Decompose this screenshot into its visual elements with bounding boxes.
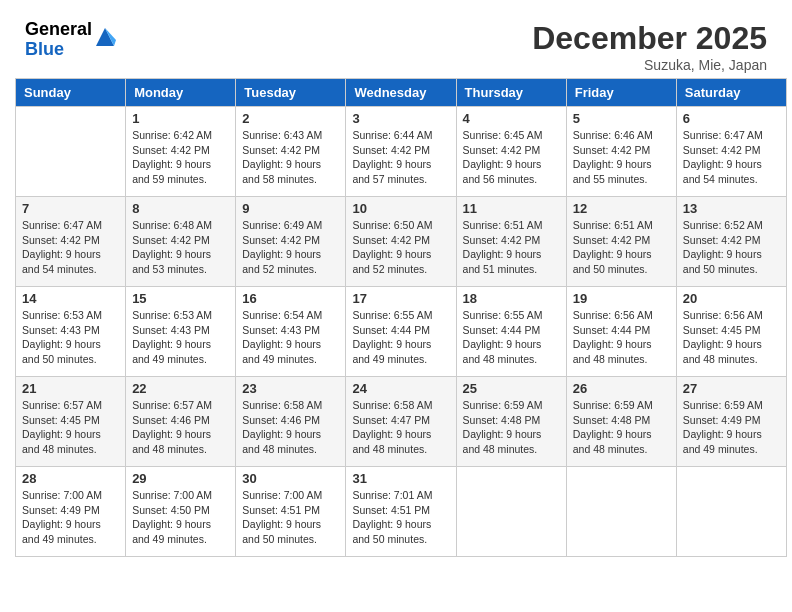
day-number: 14	[22, 291, 119, 306]
day-number: 13	[683, 201, 780, 216]
day-number: 9	[242, 201, 339, 216]
day-number: 31	[352, 471, 449, 486]
calendar-cell: 24Sunrise: 6:58 AMSunset: 4:47 PMDayligh…	[346, 377, 456, 467]
day-info: Sunrise: 6:46 AMSunset: 4:42 PMDaylight:…	[573, 128, 670, 187]
day-number: 12	[573, 201, 670, 216]
day-info: Sunrise: 6:59 AMSunset: 4:48 PMDaylight:…	[463, 398, 560, 457]
weekday-header-monday: Monday	[126, 79, 236, 107]
day-info: Sunrise: 6:55 AMSunset: 4:44 PMDaylight:…	[463, 308, 560, 367]
day-number: 22	[132, 381, 229, 396]
day-number: 15	[132, 291, 229, 306]
calendar-cell: 9Sunrise: 6:49 AMSunset: 4:42 PMDaylight…	[236, 197, 346, 287]
logo-text: General Blue	[25, 20, 92, 60]
calendar-cell: 22Sunrise: 6:57 AMSunset: 4:46 PMDayligh…	[126, 377, 236, 467]
calendar-cell: 27Sunrise: 6:59 AMSunset: 4:49 PMDayligh…	[676, 377, 786, 467]
weekday-header-tuesday: Tuesday	[236, 79, 346, 107]
day-number: 25	[463, 381, 560, 396]
calendar-week-1: 1Sunrise: 6:42 AMSunset: 4:42 PMDaylight…	[16, 107, 787, 197]
day-info: Sunrise: 7:00 AMSunset: 4:51 PMDaylight:…	[242, 488, 339, 547]
calendar-cell: 16Sunrise: 6:54 AMSunset: 4:43 PMDayligh…	[236, 287, 346, 377]
day-info: Sunrise: 6:45 AMSunset: 4:42 PMDaylight:…	[463, 128, 560, 187]
day-number: 21	[22, 381, 119, 396]
day-info: Sunrise: 6:47 AMSunset: 4:42 PMDaylight:…	[683, 128, 780, 187]
day-info: Sunrise: 6:55 AMSunset: 4:44 PMDaylight:…	[352, 308, 449, 367]
calendar-cell: 5Sunrise: 6:46 AMSunset: 4:42 PMDaylight…	[566, 107, 676, 197]
calendar-cell: 3Sunrise: 6:44 AMSunset: 4:42 PMDaylight…	[346, 107, 456, 197]
day-number: 18	[463, 291, 560, 306]
weekday-header-saturday: Saturday	[676, 79, 786, 107]
calendar-cell: 4Sunrise: 6:45 AMSunset: 4:42 PMDaylight…	[456, 107, 566, 197]
day-number: 24	[352, 381, 449, 396]
calendar-cell: 21Sunrise: 6:57 AMSunset: 4:45 PMDayligh…	[16, 377, 126, 467]
day-info: Sunrise: 6:58 AMSunset: 4:46 PMDaylight:…	[242, 398, 339, 457]
calendar-cell	[566, 467, 676, 557]
day-number: 20	[683, 291, 780, 306]
calendar-cell: 19Sunrise: 6:56 AMSunset: 4:44 PMDayligh…	[566, 287, 676, 377]
day-info: Sunrise: 6:59 AMSunset: 4:48 PMDaylight:…	[573, 398, 670, 457]
calendar-cell: 11Sunrise: 6:51 AMSunset: 4:42 PMDayligh…	[456, 197, 566, 287]
calendar-cell	[16, 107, 126, 197]
calendar-cell: 30Sunrise: 7:00 AMSunset: 4:51 PMDayligh…	[236, 467, 346, 557]
day-info: Sunrise: 6:56 AMSunset: 4:45 PMDaylight:…	[683, 308, 780, 367]
day-info: Sunrise: 6:53 AMSunset: 4:43 PMDaylight:…	[22, 308, 119, 367]
day-info: Sunrise: 6:47 AMSunset: 4:42 PMDaylight:…	[22, 218, 119, 277]
calendar-cell: 6Sunrise: 6:47 AMSunset: 4:42 PMDaylight…	[676, 107, 786, 197]
day-number: 5	[573, 111, 670, 126]
day-number: 3	[352, 111, 449, 126]
day-number: 16	[242, 291, 339, 306]
day-info: Sunrise: 6:57 AMSunset: 4:46 PMDaylight:…	[132, 398, 229, 457]
calendar-cell: 29Sunrise: 7:00 AMSunset: 4:50 PMDayligh…	[126, 467, 236, 557]
month-title: December 2025	[532, 20, 767, 57]
day-info: Sunrise: 6:44 AMSunset: 4:42 PMDaylight:…	[352, 128, 449, 187]
calendar-cell: 28Sunrise: 7:00 AMSunset: 4:49 PMDayligh…	[16, 467, 126, 557]
weekday-header-row: SundayMondayTuesdayWednesdayThursdayFrid…	[16, 79, 787, 107]
calendar-week-3: 14Sunrise: 6:53 AMSunset: 4:43 PMDayligh…	[16, 287, 787, 377]
calendar-cell: 18Sunrise: 6:55 AMSunset: 4:44 PMDayligh…	[456, 287, 566, 377]
calendar-cell: 26Sunrise: 6:59 AMSunset: 4:48 PMDayligh…	[566, 377, 676, 467]
day-info: Sunrise: 6:43 AMSunset: 4:42 PMDaylight:…	[242, 128, 339, 187]
day-info: Sunrise: 6:52 AMSunset: 4:42 PMDaylight:…	[683, 218, 780, 277]
day-number: 29	[132, 471, 229, 486]
calendar-cell: 1Sunrise: 6:42 AMSunset: 4:42 PMDaylight…	[126, 107, 236, 197]
day-number: 26	[573, 381, 670, 396]
calendar-cell: 2Sunrise: 6:43 AMSunset: 4:42 PMDaylight…	[236, 107, 346, 197]
calendar-cell: 15Sunrise: 6:53 AMSunset: 4:43 PMDayligh…	[126, 287, 236, 377]
logo-icon	[94, 26, 116, 50]
day-number: 1	[132, 111, 229, 126]
calendar-header: SundayMondayTuesdayWednesdayThursdayFrid…	[16, 79, 787, 107]
day-info: Sunrise: 6:42 AMSunset: 4:42 PMDaylight:…	[132, 128, 229, 187]
calendar-cell: 8Sunrise: 6:48 AMSunset: 4:42 PMDaylight…	[126, 197, 236, 287]
day-number: 10	[352, 201, 449, 216]
weekday-header-sunday: Sunday	[16, 79, 126, 107]
day-number: 23	[242, 381, 339, 396]
calendar-cell: 12Sunrise: 6:51 AMSunset: 4:42 PMDayligh…	[566, 197, 676, 287]
calendar-cell: 17Sunrise: 6:55 AMSunset: 4:44 PMDayligh…	[346, 287, 456, 377]
day-info: Sunrise: 7:01 AMSunset: 4:51 PMDaylight:…	[352, 488, 449, 547]
weekday-header-thursday: Thursday	[456, 79, 566, 107]
day-number: 8	[132, 201, 229, 216]
logo: General Blue	[25, 20, 116, 60]
calendar-week-2: 7Sunrise: 6:47 AMSunset: 4:42 PMDaylight…	[16, 197, 787, 287]
calendar-cell: 7Sunrise: 6:47 AMSunset: 4:42 PMDaylight…	[16, 197, 126, 287]
calendar-cell: 23Sunrise: 6:58 AMSunset: 4:46 PMDayligh…	[236, 377, 346, 467]
calendar-cell: 20Sunrise: 6:56 AMSunset: 4:45 PMDayligh…	[676, 287, 786, 377]
calendar-table: SundayMondayTuesdayWednesdayThursdayFrid…	[15, 78, 787, 557]
calendar-cell: 13Sunrise: 6:52 AMSunset: 4:42 PMDayligh…	[676, 197, 786, 287]
day-info: Sunrise: 6:50 AMSunset: 4:42 PMDaylight:…	[352, 218, 449, 277]
day-info: Sunrise: 6:51 AMSunset: 4:42 PMDaylight:…	[463, 218, 560, 277]
calendar-cell	[456, 467, 566, 557]
page-header: General Blue December 2025 Suzuka, Mie, …	[10, 10, 782, 78]
title-area: December 2025 Suzuka, Mie, Japan	[532, 20, 767, 73]
day-number: 7	[22, 201, 119, 216]
location-subtitle: Suzuka, Mie, Japan	[532, 57, 767, 73]
day-number: 27	[683, 381, 780, 396]
calendar-cell: 10Sunrise: 6:50 AMSunset: 4:42 PMDayligh…	[346, 197, 456, 287]
calendar-cell: 14Sunrise: 6:53 AMSunset: 4:43 PMDayligh…	[16, 287, 126, 377]
day-info: Sunrise: 6:53 AMSunset: 4:43 PMDaylight:…	[132, 308, 229, 367]
day-info: Sunrise: 6:48 AMSunset: 4:42 PMDaylight:…	[132, 218, 229, 277]
day-number: 2	[242, 111, 339, 126]
calendar-cell	[676, 467, 786, 557]
day-info: Sunrise: 6:59 AMSunset: 4:49 PMDaylight:…	[683, 398, 780, 457]
day-info: Sunrise: 6:54 AMSunset: 4:43 PMDaylight:…	[242, 308, 339, 367]
day-info: Sunrise: 6:58 AMSunset: 4:47 PMDaylight:…	[352, 398, 449, 457]
